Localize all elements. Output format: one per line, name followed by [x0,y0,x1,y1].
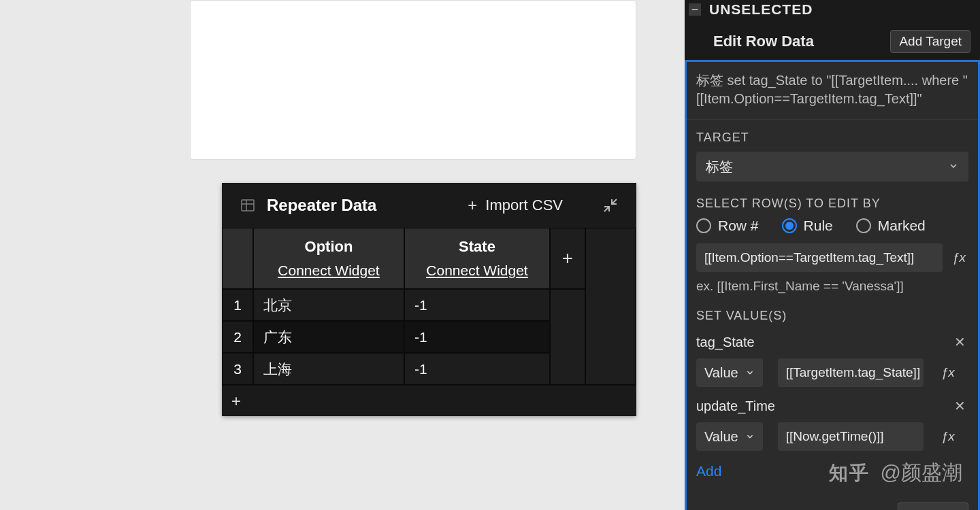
fx-icon[interactable]: ƒx [938,427,958,446]
import-csv-label: Import CSV [485,197,563,214]
case-name: UNSELECTED [709,1,813,18]
column-name: State [459,238,495,256]
remove-value-button[interactable]: ✕ [951,396,968,415]
select-rows-label: SELECT ROW(S) TO EDIT BY [696,197,968,211]
repeater-footer: + [222,385,636,416]
add-row-button[interactable]: + [231,392,241,411]
set-values-label: SET VALUE(S) [696,309,968,323]
action-config-body: 标签 set tag_State to "[[TargetItem.... wh… [685,60,980,510]
done-button[interactable]: Done [898,503,968,510]
value-type-select[interactable]: Value [696,358,763,387]
radio-marked[interactable]: Marked [856,218,926,234]
target-label: TARGET [696,131,968,145]
collapse-icon[interactable] [602,197,619,214]
repeater-table: Option Connect Widget State Connect Widg… [222,228,636,385]
connect-widget-link[interactable]: Connect Widget [426,262,527,279]
radio-label: Rule [804,218,833,234]
chevron-down-icon [745,432,755,441]
cell-state[interactable]: -1 [404,289,550,321]
value-type-select[interactable]: Value [696,422,763,451]
value-expression-input[interactable]: [[Now.getTime()]] [778,422,924,451]
cell-state[interactable]: -1 [404,321,550,353]
add-column-button[interactable]: + [550,228,585,289]
cell-option[interactable]: 广东 [253,321,404,353]
remove-value-button[interactable]: ✕ [951,333,968,352]
import-csv-button[interactable]: + Import CSV [468,196,563,215]
repeater-header: Repeater Data + Import CSV [222,183,636,228]
case-header: − UNSELECTED [685,0,980,23]
value-name: update_Time [696,398,775,414]
row-index: 1 [222,289,253,321]
add-column-spacer [550,289,585,385]
connect-widget-link[interactable]: Connect Widget [278,262,379,279]
table-header-option: Option Connect Widget [253,228,404,289]
table-gap [585,228,636,385]
canvas-placeholder [190,0,636,160]
value-row-tag-state: tag_State ✕ [696,333,968,352]
chevron-down-icon [745,368,755,377]
target-section: TARGET 标签 [687,120,978,186]
radio-row-number[interactable]: Row # [696,218,759,234]
table-header-state: State Connect Widget [404,228,550,289]
radio-rule[interactable]: Rule [782,218,833,234]
rule-input[interactable]: [[Item.Option==TargetItem.tag_Text]] [696,243,943,272]
cell-option[interactable]: 上海 [253,353,404,385]
row-index: 2 [222,321,253,353]
radio-dot-icon [856,218,871,233]
chevron-down-icon [948,159,959,175]
plus-icon: + [468,196,477,215]
collapse-case-button[interactable]: − [689,3,701,16]
value-name: tag_State [696,335,755,350]
cell-state[interactable]: -1 [404,353,550,385]
radio-dot-icon [696,218,711,233]
action-title: Edit Row Data [713,33,814,50]
radio-label: Marked [878,218,926,234]
interaction-panel: − UNSELECTED Edit Row Data Add Target 标签… [685,0,980,510]
action-header: Edit Row Data Add Target [685,23,980,60]
action-description: 标签 set tag_State to "[[TargetItem.... wh… [687,62,978,120]
fx-icon[interactable]: ƒx [949,248,968,267]
svg-rect-0 [242,200,254,211]
fx-icon[interactable]: ƒx [938,363,958,382]
target-value: 标签 [706,158,733,176]
set-values-section: SET VALUE(S) tag_State ✕ Value [[TargetI… [687,298,978,483]
row-index: 3 [222,353,253,385]
select-rows-section: SELECT ROW(S) TO EDIT BY Row # Rule Mark… [687,186,978,298]
panel-footer: Delete Done [687,483,978,510]
value-type-label: Value [704,429,738,445]
radio-label: Row # [718,218,759,234]
cell-option[interactable]: 北京 [253,289,404,321]
value-row-update-time: update_Time ✕ [696,396,968,415]
table-icon [240,197,256,214]
add-value-link[interactable]: Add [696,463,721,479]
repeater-title: Repeater Data [267,196,376,215]
radio-group: Row # Rule Marked [696,218,968,234]
rule-hint: ex. [[Item.First_Name == 'Vanessa']] [696,279,968,294]
table-header-index [222,228,253,289]
repeater-data-panel: Repeater Data + Import CSV Option Connec… [222,183,636,416]
target-select[interactable]: 标签 [696,152,968,182]
radio-dot-icon [782,218,797,233]
value-expression-input[interactable]: [[TargetItem.tag_State]] [778,358,924,387]
add-target-button[interactable]: Add Target [890,30,970,53]
column-name: Option [305,238,353,256]
value-type-label: Value [704,365,738,381]
